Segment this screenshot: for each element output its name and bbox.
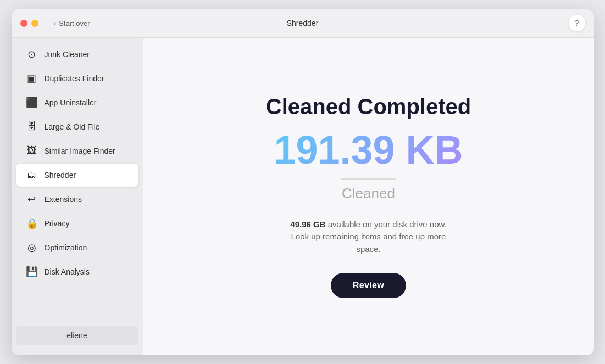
titlebar: ‹ Start over Shredder ? [12, 9, 594, 38]
cleaned-amount: 191.39 KB [274, 130, 463, 170]
app-uninstaller-icon: ⬛ [26, 97, 38, 109]
minimize-button[interactable] [31, 20, 38, 27]
user-item[interactable]: eliene [16, 326, 138, 345]
sidebar-item-disk-analysis[interactable]: 💾 Disk Analysis [16, 260, 138, 283]
sidebar-item-label: Duplicates Finder [45, 74, 104, 83]
sidebar-item-large-old-file[interactable]: 🗄 Large & Old File [16, 115, 138, 138]
optimization-icon: ◎ [26, 242, 38, 254]
sidebar-item-label: Shredder [45, 171, 76, 180]
review-button[interactable]: Review [331, 273, 406, 298]
app-window: ‹ Start over Shredder ? ⊙ Junk Cleaner ▣… [12, 9, 594, 355]
help-icon: ? [575, 19, 579, 27]
sidebar-item-optimization[interactable]: ◎ Optimization [16, 236, 138, 259]
sidebar-item-extensions[interactable]: ↩ Extensions [16, 188, 138, 211]
help-button[interactable]: ? [569, 15, 585, 31]
sidebar-item-label: Privacy [45, 219, 70, 228]
header-title: Shredder [287, 19, 319, 27]
sidebar-item-shredder[interactable]: 🗂 Shredder [16, 164, 138, 187]
cleaned-label: Cleaned [342, 185, 395, 202]
sidebar-item-label: Junk Cleaner [45, 50, 90, 59]
sidebar-item-duplicates-finder[interactable]: ▣ Duplicates Finder [16, 67, 138, 90]
traffic-lights [20, 20, 38, 27]
main-content: Cleaned Completed 191.39 KB Cleaned 49.9… [143, 38, 594, 355]
shredder-icon: 🗂 [26, 169, 38, 181]
start-over-label: Start over [59, 19, 90, 27]
similar-image-finder-icon: 🖼 [26, 145, 38, 157]
junk-cleaner-icon: ⊙ [26, 48, 38, 60]
extensions-icon: ↩ [26, 193, 38, 205]
close-button[interactable] [20, 20, 27, 27]
cleaned-completed-title: Cleaned Completed [266, 94, 471, 119]
sidebar-item-label: Extensions [45, 195, 82, 204]
divider [341, 178, 396, 180]
sidebar-item-label: Optimization [45, 243, 87, 252]
sidebar-item-label: Large & Old File [45, 122, 100, 131]
sidebar-item-label: App Uninstaller [45, 98, 97, 107]
large-old-file-icon: 🗄 [26, 121, 38, 133]
sidebar-item-privacy[interactable]: 🔒 Privacy [16, 212, 138, 235]
sidebar-item-label: Similar Image Finder [45, 147, 115, 155]
privacy-icon: 🔒 [26, 217, 38, 229]
content-area: ⊙ Junk Cleaner ▣ Duplicates Finder ⬛ App… [12, 38, 594, 355]
disk-space-bold: 49.96 GB [290, 220, 325, 229]
user-label: eliene [66, 331, 87, 340]
chevron-left-icon: ‹ [54, 19, 57, 27]
duplicates-finder-icon: ▣ [26, 72, 38, 85]
sidebar-item-junk-cleaner[interactable]: ⊙ Junk Cleaner [16, 43, 138, 66]
sidebar: ⊙ Junk Cleaner ▣ Duplicates Finder ⬛ App… [12, 38, 143, 355]
sidebar-item-app-uninstaller[interactable]: ⬛ App Uninstaller [16, 91, 138, 114]
disk-analysis-icon: 💾 [26, 266, 38, 278]
sidebar-footer: eliene [12, 320, 143, 351]
sidebar-item-label: Disk Analysis [45, 267, 90, 276]
start-over-button[interactable]: ‹ Start over [54, 19, 90, 27]
sidebar-item-similar-image-finder[interactable]: 🖼 Similar Image Finder [16, 139, 138, 163]
disk-info: 49.96 GB available on your disk drive no… [286, 219, 451, 256]
